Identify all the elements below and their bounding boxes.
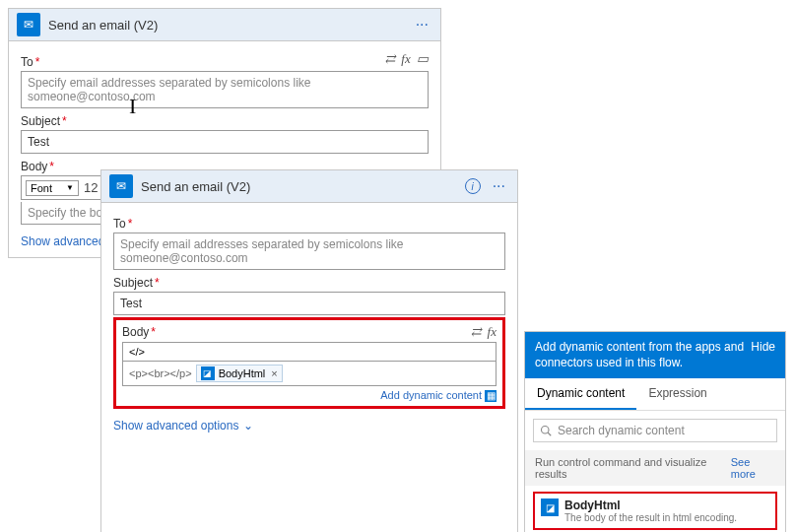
chip-label: BodyHtml xyxy=(219,367,266,379)
body-content-row[interactable]: <p><br></p> ◪ BodyHtml × xyxy=(122,362,497,386)
card-body: To* Specify email addresses separated by… xyxy=(101,203,517,532)
to-input[interactable]: Specify email addresses separated by sem… xyxy=(113,233,505,270)
body-html-prefix: <p><br></p> xyxy=(129,367,192,379)
switch-mode-icon[interactable]: ⇄ xyxy=(471,324,482,340)
to-input[interactable]: Specify email addresses separated by sem… xyxy=(21,71,429,108)
chevron-down-icon: ⌄ xyxy=(243,419,253,432)
fx-icon[interactable]: fx xyxy=(488,324,497,340)
body-label: Body* xyxy=(122,325,156,339)
subject-input[interactable]: Test xyxy=(113,292,505,315)
tab-expression[interactable]: Expression xyxy=(636,378,718,410)
panel-tabs: Dynamic content Expression xyxy=(525,378,785,411)
outlook-icon: ✉ xyxy=(17,13,40,36)
switch-mode-icon[interactable]: ⇄ xyxy=(384,51,395,67)
panel-section-header: Run control command and visualize result… xyxy=(525,450,785,486)
panel-header-text: Add dynamic content from the apps and co… xyxy=(535,340,745,370)
add-dynamic-content-link[interactable]: Add dynamic content▦ xyxy=(122,389,497,402)
see-more-link[interactable]: See more xyxy=(731,456,775,480)
item-title: BodyHtml xyxy=(564,499,737,512)
plus-icon: ▦ xyxy=(485,390,497,402)
card-title: Send an email (V2) xyxy=(141,179,457,194)
to-label: To* xyxy=(21,55,39,69)
dynamic-content-panel: Add dynamic content from the apps and co… xyxy=(524,331,786,532)
dynamic-content-chip[interactable]: ◪ BodyHtml × xyxy=(196,365,283,382)
more-menu[interactable]: ··· xyxy=(489,177,509,195)
code-toggle-row[interactable]: </> xyxy=(122,342,497,362)
subject-label: Subject* xyxy=(113,276,505,290)
card-header: ✉ Send an email (V2) i ··· xyxy=(101,170,517,203)
search-placeholder: Search dynamic content xyxy=(558,424,685,437)
font-select[interactable]: Font▼ xyxy=(26,180,79,196)
more-menu[interactable]: ··· xyxy=(412,16,432,33)
search-icon xyxy=(540,425,552,436)
email-card-front: ✉ Send an email (V2) i ··· To* Specify e… xyxy=(100,169,518,532)
fx-icon[interactable]: fx xyxy=(401,51,410,67)
collapse-icon[interactable]: ▭ xyxy=(417,51,429,67)
data-icon: ◪ xyxy=(201,366,215,380)
section-title: Run control command and visualize result… xyxy=(535,456,731,480)
to-label: To* xyxy=(113,217,505,231)
panel-header: Add dynamic content from the apps and co… xyxy=(525,332,785,378)
card-title: Send an email (V2) xyxy=(48,18,404,33)
dynamic-item-bodyhtml[interactable]: ◪ BodyHtml The body of the result in htm… xyxy=(533,492,777,530)
card-header: ✉ Send an email (V2) ··· xyxy=(9,9,440,41)
info-icon[interactable]: i xyxy=(465,178,481,194)
hide-panel-button[interactable]: Hide xyxy=(745,340,775,370)
chip-remove-button[interactable]: × xyxy=(271,367,277,379)
data-icon: ◪ xyxy=(541,499,559,516)
item-description: The body of the result in html encoding. xyxy=(564,512,737,523)
body-highlight-box: Body* ⇄ fx </> <p><br></p> ◪ BodyHtml × … xyxy=(113,317,505,409)
subject-label: Subject* xyxy=(21,114,429,128)
font-size[interactable]: 12 xyxy=(82,180,99,195)
outlook-icon: ✉ xyxy=(109,174,133,198)
subject-input[interactable]: Test xyxy=(21,130,429,154)
tab-dynamic-content[interactable]: Dynamic content xyxy=(525,378,636,410)
show-advanced-link[interactable]: Show advanced options⌄ xyxy=(113,419,253,432)
search-dynamic-content[interactable]: Search dynamic content xyxy=(533,419,777,442)
